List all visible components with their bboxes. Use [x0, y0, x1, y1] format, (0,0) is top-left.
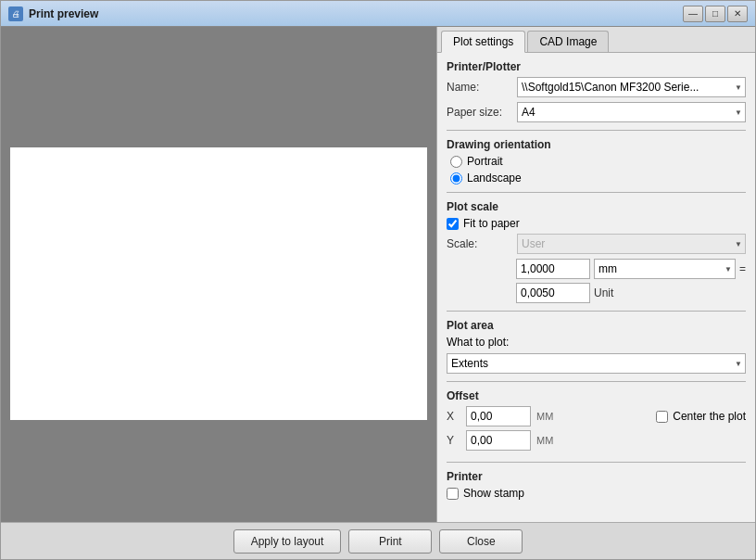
- printer-name-label: Name:: [447, 81, 511, 94]
- offset-x-row: X MM: [447, 406, 647, 426]
- scale-value-row2: Unit: [516, 283, 746, 303]
- title-bar-buttons: — □ ✕: [683, 6, 748, 22]
- scale-value-row1: mm =: [516, 259, 746, 279]
- scale-label: Scale:: [447, 237, 511, 250]
- tabs-container: Plot settings CAD Image: [437, 27, 755, 53]
- fit-to-paper-checkbox[interactable]: [447, 218, 459, 230]
- offset-section: Offset X MM Y MM: [447, 389, 746, 454]
- offset-x-input[interactable]: [466, 406, 531, 426]
- scale-dropdown-wrapper[interactable]: User: [517, 234, 746, 254]
- landscape-radio[interactable]: [450, 172, 462, 185]
- window-icon: 🖨: [8, 6, 23, 21]
- what-to-plot-label: What to plot:: [447, 336, 509, 349]
- show-stamp-row: Show stamp: [447, 487, 746, 500]
- scale-unit-dropdown-wrapper[interactable]: mm: [594, 259, 736, 279]
- panel-content: Printer/Plotter Name: \\Softgold15\Canon…: [437, 53, 755, 522]
- offset-header: Offset: [447, 389, 746, 402]
- printer-name-select[interactable]: \\Softgold15\Canon MF3200 Serie...: [517, 77, 746, 97]
- scale-select[interactable]: User: [517, 234, 746, 254]
- what-to-plot-dropdown-row: Extents: [447, 353, 746, 374]
- show-stamp-label: Show stamp: [463, 487, 524, 500]
- portrait-label: Portrait: [467, 155, 503, 168]
- drawing-orientation-section: Drawing orientation Portrait Landscape: [447, 138, 746, 185]
- what-to-plot-select[interactable]: Extents: [447, 353, 746, 374]
- tab-plot-settings[interactable]: Plot settings: [441, 31, 525, 53]
- center-plot-row: Center the plot: [656, 410, 746, 423]
- divider-3: [447, 311, 746, 312]
- offset-x-label: X: [447, 410, 460, 423]
- paper-size-dropdown-wrapper[interactable]: A4: [517, 102, 746, 122]
- preview-panel: [1, 27, 436, 522]
- fit-to-paper-row: Fit to paper: [447, 217, 746, 230]
- scale-row: Scale: User: [447, 234, 746, 254]
- offset-content: X MM Y MM Center t: [447, 406, 746, 454]
- minimize-button[interactable]: —: [683, 6, 703, 22]
- preview-white: [10, 147, 427, 420]
- offset-y-unit: MM: [536, 435, 553, 446]
- center-plot-checkbox[interactable]: [656, 411, 668, 423]
- print-button[interactable]: Print: [348, 529, 432, 554]
- plot-area-header: Plot area: [447, 319, 746, 332]
- scale-value-input[interactable]: [516, 259, 590, 279]
- divider-5: [447, 462, 746, 463]
- divider-1: [447, 130, 746, 131]
- printer-section: Printer Show stamp: [447, 470, 746, 500]
- orientation-radio-group: Portrait Landscape: [450, 155, 746, 185]
- content-area: Plot settings CAD Image Printer/Plotter …: [1, 27, 755, 522]
- landscape-row: Landscape: [450, 172, 746, 185]
- offset-x-unit: MM: [536, 411, 553, 422]
- plot-scale-section: Plot scale Fit to paper Scale: User: [447, 200, 746, 303]
- portrait-row: Portrait: [450, 155, 746, 168]
- paper-size-label: Paper size:: [447, 106, 511, 119]
- scale-unit-value-input[interactable]: [516, 283, 590, 303]
- equals-label: =: [739, 262, 746, 275]
- divider-2: [447, 192, 746, 193]
- printer-plotter-header: Printer/Plotter: [447, 60, 746, 73]
- what-to-plot-dropdown-wrapper[interactable]: Extents: [447, 353, 746, 374]
- window-title: Print preview: [29, 7, 683, 20]
- settings-panel: Plot settings CAD Image Printer/Plotter …: [436, 27, 755, 522]
- plot-area-section: Plot area What to plot: Extents: [447, 319, 746, 374]
- offset-y-row: Y MM: [447, 430, 647, 451]
- printer-plotter-section: Printer/Plotter Name: \\Softgold15\Canon…: [447, 60, 746, 122]
- plot-scale-header: Plot scale: [447, 200, 746, 213]
- what-to-plot-row: What to plot:: [447, 336, 746, 349]
- drawing-orientation-header: Drawing orientation: [447, 138, 746, 151]
- divider-4: [447, 381, 746, 382]
- maximize-button[interactable]: □: [705, 6, 725, 22]
- footer: Apply to layout Print Close: [1, 522, 755, 559]
- paper-size-row: Paper size: A4: [447, 102, 746, 122]
- portrait-radio[interactable]: [450, 156, 462, 168]
- offset-y-label: Y: [447, 434, 460, 447]
- landscape-label: Landscape: [467, 172, 522, 185]
- title-bar: 🖨 Print preview — □ ✕: [1, 1, 755, 27]
- tab-cad-image[interactable]: CAD Image: [527, 31, 609, 52]
- printer-name-row: Name: \\Softgold15\Canon MF3200 Serie...: [447, 77, 746, 97]
- window-close-button[interactable]: ✕: [727, 6, 748, 22]
- preview-bottom-gray: [10, 420, 427, 513]
- offset-xy: X MM Y MM: [447, 406, 647, 454]
- printer-section-header: Printer: [447, 470, 746, 483]
- offset-y-input[interactable]: [466, 430, 531, 451]
- show-stamp-checkbox[interactable]: [447, 488, 459, 500]
- preview-top-gray: [10, 36, 427, 147]
- printer-name-dropdown-wrapper[interactable]: \\Softgold15\Canon MF3200 Serie...: [517, 77, 746, 97]
- center-plot-label: Center the plot: [673, 410, 746, 423]
- scale-unit-select[interactable]: mm: [594, 259, 736, 279]
- paper-size-select[interactable]: A4: [517, 102, 746, 122]
- apply-to-layout-button[interactable]: Apply to layout: [233, 529, 342, 554]
- fit-to-paper-label: Fit to paper: [463, 217, 520, 230]
- unit2-label: Unit: [594, 286, 613, 299]
- close-button[interactable]: Close: [439, 529, 523, 554]
- main-window: 🖨 Print preview — □ ✕ Plot settings CAD …: [0, 0, 756, 560]
